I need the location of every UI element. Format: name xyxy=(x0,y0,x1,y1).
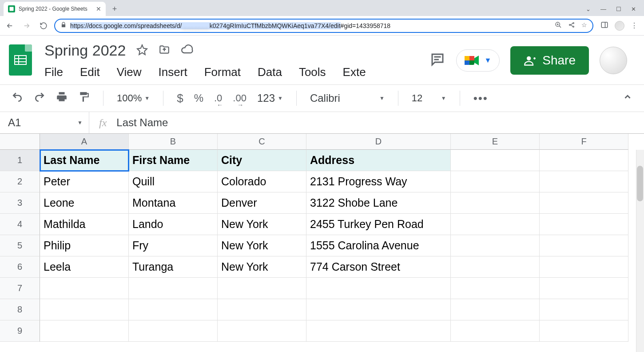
row-header[interactable]: 4 xyxy=(0,214,40,235)
cell[interactable]: New York xyxy=(218,235,306,256)
cell[interactable] xyxy=(306,278,451,299)
cell[interactable] xyxy=(540,320,628,342)
sheets-logo-icon[interactable] xyxy=(9,44,32,76)
cell[interactable]: New York xyxy=(218,256,306,278)
cell[interactable]: Colorado xyxy=(218,171,306,192)
zoom-select[interactable]: 100%▼ xyxy=(117,92,150,104)
menu-view[interactable]: View xyxy=(117,65,142,79)
cell[interactable] xyxy=(451,150,540,171)
cell[interactable]: 2131 Progress Way xyxy=(306,171,451,192)
menu-edit[interactable]: Edit xyxy=(80,65,100,79)
profile-avatar-small[interactable] xyxy=(615,21,624,31)
row-header[interactable]: 3 xyxy=(0,192,40,214)
cell[interactable] xyxy=(451,320,540,342)
account-avatar[interactable] xyxy=(600,47,627,74)
cell[interactable]: Montana xyxy=(129,192,218,214)
close-tab-icon[interactable]: ✕ xyxy=(96,5,101,12)
address-bar[interactable]: https://docs.google.com/spreadsheets/d/_… xyxy=(54,19,593,33)
cell[interactable]: 1555 Carolina Avenue xyxy=(306,235,451,256)
cell[interactable] xyxy=(306,299,451,320)
cell[interactable] xyxy=(540,278,628,299)
print-icon[interactable] xyxy=(56,91,68,105)
decrease-decimal-button[interactable]: .0← xyxy=(214,92,222,104)
col-header-c[interactable]: C xyxy=(218,134,306,150)
cell[interactable] xyxy=(451,299,540,320)
row-header[interactable]: 5 xyxy=(0,235,40,256)
cell[interactable]: Denver xyxy=(218,192,306,214)
menu-insert[interactable]: Insert xyxy=(159,65,187,79)
redo-icon[interactable] xyxy=(34,91,45,105)
cell[interactable] xyxy=(451,278,540,299)
col-header-e[interactable]: E xyxy=(451,134,540,150)
menu-tools[interactable]: Tools xyxy=(299,65,326,79)
tab-search-icon[interactable]: ⌄ xyxy=(586,6,591,12)
minimize-icon[interactable]: ― xyxy=(600,6,606,12)
sidepanel-icon[interactable] xyxy=(600,21,608,31)
forward-button[interactable] xyxy=(20,20,33,32)
cell[interactable]: 774 Carson Street xyxy=(306,256,451,278)
menu-extensions[interactable]: Exte xyxy=(343,65,366,79)
cell[interactable] xyxy=(129,278,218,299)
cell[interactable] xyxy=(218,320,306,342)
star-icon[interactable] xyxy=(136,44,148,57)
row-header[interactable]: 2 xyxy=(0,171,40,192)
col-header-d[interactable]: D xyxy=(306,134,451,150)
cell[interactable] xyxy=(540,214,628,235)
row-header[interactable]: 8 xyxy=(0,299,40,320)
reload-button[interactable] xyxy=(37,20,50,32)
cell[interactable] xyxy=(40,299,129,320)
cell[interactable] xyxy=(540,235,628,256)
col-header-f[interactable]: F xyxy=(540,134,628,150)
cell[interactable] xyxy=(540,171,628,192)
cell[interactable] xyxy=(451,235,540,256)
cell[interactable]: Address xyxy=(306,150,451,171)
formula-input[interactable]: Last Name xyxy=(116,116,168,129)
cell[interactable] xyxy=(218,278,306,299)
share-page-icon[interactable] xyxy=(568,21,575,30)
row-header[interactable]: 7 xyxy=(0,278,40,299)
scrollbar-thumb[interactable] xyxy=(637,166,643,201)
cell[interactable] xyxy=(540,192,628,214)
cell[interactable]: Peter xyxy=(40,171,129,192)
cell[interactable]: Leela xyxy=(40,256,129,278)
cell[interactable] xyxy=(40,320,129,342)
number-format-select[interactable]: 123▼ xyxy=(257,92,283,104)
cell[interactable]: 2455 Turkey Pen Road xyxy=(306,214,451,235)
select-all-corner[interactable] xyxy=(0,134,40,150)
cell[interactable]: Last Name xyxy=(40,150,129,171)
menu-data[interactable]: Data xyxy=(258,65,282,79)
name-box[interactable]: A1▼ xyxy=(0,116,89,129)
col-header-b[interactable]: B xyxy=(129,134,218,150)
cell[interactable] xyxy=(129,299,218,320)
cell[interactable]: Leone xyxy=(40,192,129,214)
document-title[interactable]: Spring 2022 xyxy=(44,42,126,59)
new-tab-button[interactable]: + xyxy=(108,3,121,15)
col-header-a[interactable]: A xyxy=(40,134,129,150)
cell[interactable]: 3122 Shobe Lane xyxy=(306,192,451,214)
meet-button[interactable]: ▼ xyxy=(456,49,500,72)
cell[interactable] xyxy=(451,171,540,192)
cell[interactable]: Lando xyxy=(129,214,218,235)
collapse-toolbar-icon[interactable] xyxy=(623,92,632,104)
close-window-icon[interactable]: ✕ xyxy=(631,6,636,12)
cell[interactable]: Quill xyxy=(129,171,218,192)
cell[interactable] xyxy=(40,278,129,299)
row-header[interactable]: 9 xyxy=(0,320,40,342)
paint-format-icon[interactable] xyxy=(78,91,90,105)
cell[interactable]: City xyxy=(218,150,306,171)
cell[interactable]: Fry xyxy=(129,235,218,256)
comments-icon[interactable] xyxy=(429,52,445,69)
zoom-icon[interactable] xyxy=(555,21,562,30)
font-size-select[interactable]: 12▼ xyxy=(412,92,446,104)
cell[interactable]: Mathilda xyxy=(40,214,129,235)
cell[interactable] xyxy=(451,192,540,214)
cell[interactable] xyxy=(129,320,218,342)
cell[interactable] xyxy=(218,299,306,320)
maximize-icon[interactable]: ☐ xyxy=(616,6,621,12)
font-select[interactable]: Calibri▼ xyxy=(310,92,385,104)
cell[interactable] xyxy=(451,256,540,278)
bookmark-icon[interactable]: ☆ xyxy=(581,21,587,30)
cell[interactable]: Turanga xyxy=(129,256,218,278)
percent-button[interactable]: % xyxy=(194,92,203,104)
cell[interactable] xyxy=(306,320,451,342)
